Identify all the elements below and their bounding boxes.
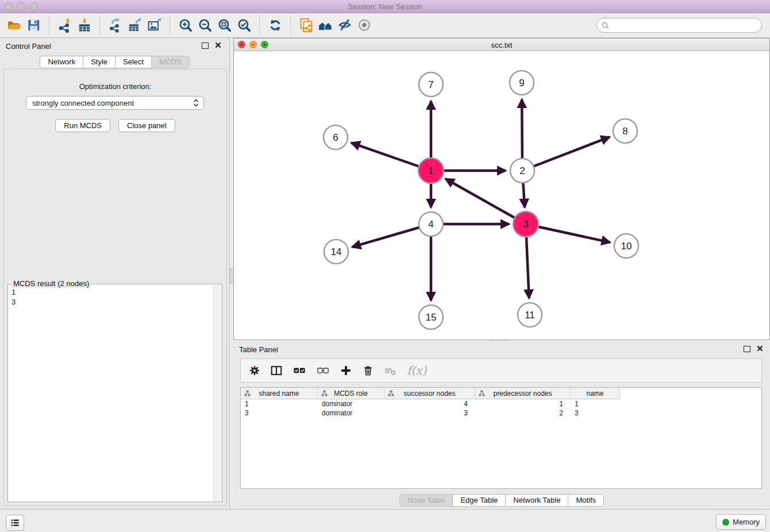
table-cell: 3 [241,409,318,417]
save-icon [26,18,41,33]
refresh-view-button[interactable] [265,16,285,35]
close-panel-button[interactable]: Close panel [118,119,175,132]
graph-node-6[interactable]: 6 [324,125,348,149]
graph-node-1[interactable]: 1 [418,158,444,183]
control-panel: Control Panel NetworkStyleSelectMCDS Opt… [0,38,230,509]
network-window: scc.txt 7968124314101511 [233,38,770,340]
save-session-button[interactable] [24,16,44,35]
network-window-title: scc.txt [234,41,769,49]
tab-mcds[interactable]: MCDS [151,56,189,68]
network-canvas[interactable]: 7968124314101511 [234,51,769,340]
first-neighbors-button[interactable] [316,16,336,35]
criterion-dropdown[interactable]: strongly connected component [26,96,204,110]
window-title: Session: New Session [0,2,770,11]
column-type-icon [321,390,328,396]
graph-node-11[interactable]: 11 [518,303,542,327]
export-image-button[interactable] [145,16,164,35]
search-icon [602,22,609,29]
columns-icon[interactable] [270,364,283,377]
graph-node-4[interactable]: 4 [419,212,443,236]
zoom-selected-button[interactable] [234,16,254,35]
column-type-icon [388,390,394,396]
zoom-fit-button[interactable] [215,16,234,35]
criterion-value: strongly connected component [26,99,191,107]
tab-network[interactable]: Network [40,56,83,68]
delete-column-icon[interactable] [362,364,374,377]
clone-network-icon [298,17,314,33]
search-field[interactable] [596,18,762,33]
dropdown-arrows-icon [191,98,201,108]
column-header-shared-name[interactable]: shared name [241,388,318,399]
mcds-result-text[interactable]: 13 [9,286,213,501]
close-table-panel-icon[interactable] [757,345,763,352]
graph-node-label: 3 [523,219,528,230]
graph-node-3[interactable]: 3 [513,211,538,237]
open-file-button[interactable] [5,16,24,35]
graph-node-15[interactable]: 15 [419,305,443,329]
memory-button[interactable]: Memory [716,514,766,530]
graph-node-8[interactable]: 8 [613,119,637,143]
import-table-button[interactable] [75,16,94,35]
graph-node-7[interactable]: 7 [419,72,443,97]
tab-node-table[interactable]: Node Table [399,494,453,507]
graph-edge-3-1[interactable] [445,179,526,224]
table-row[interactable]: 1dominator411 [241,399,761,408]
graph-edge-2-8[interactable] [522,137,610,171]
graph-node-14[interactable]: 14 [324,240,348,264]
table-cell: dominator [318,400,384,408]
settings-gear-icon[interactable] [249,365,260,376]
zoom-out-button[interactable] [195,16,215,35]
select-all-columns-icon[interactable] [292,364,306,377]
column-type-icon [479,390,485,396]
column-header-successor-nodes[interactable]: successor nodes [384,388,475,399]
add-column-icon[interactable] [340,364,352,377]
table-panel: Table Panel [233,341,770,509]
search-input[interactable] [612,21,761,30]
float-table-panel-icon[interactable] [744,346,750,352]
run-mcds-button[interactable]: Run MCDS [55,119,110,132]
deselect-all-columns-icon[interactable] [316,364,330,377]
network-graph[interactable]: 7968124314101511 [234,51,769,340]
graph-node-label: 11 [525,310,535,321]
tab-style[interactable]: Style [83,56,116,68]
graph-node-label: 1 [428,165,433,176]
network-window-titlebar: scc.txt [234,38,769,51]
mcds-panel: Optimization criterion: strongly connect… [3,69,227,506]
tab-select[interactable]: Select [115,56,152,68]
graph-node-label: 14 [331,246,342,257]
import-table-icon [77,18,92,33]
column-header-name[interactable]: name [571,388,620,399]
graph-node-2[interactable]: 2 [510,159,534,183]
graph-node-label: 8 [622,126,627,137]
tab-network-table[interactable]: Network Table [505,494,568,507]
show-all-button[interactable] [355,16,375,35]
graph-node-9[interactable]: 9 [510,71,534,95]
toolbar-separator [49,16,50,34]
zoom-in-button[interactable] [176,16,195,35]
optimization-criterion-label: Optimization criterion: [4,82,226,91]
tab-edge-table[interactable]: Edge Table [452,494,506,507]
toolbar-separator [170,16,171,34]
task-history-button[interactable] [6,515,24,531]
tab-motifs[interactable]: Motifs [568,494,604,507]
close-panel-icon[interactable] [215,42,221,48]
graph-node-10[interactable]: 10 [614,234,638,258]
export-network-button[interactable] [106,16,125,35]
graph-node-label: 7 [428,79,433,90]
delete-table-icon [384,365,397,377]
mcds-result-box: MCDS result (2 nodes) 13 [7,284,222,502]
graph-node-label: 4 [428,219,433,230]
import-network-button[interactable] [55,16,75,35]
export-table-button[interactable] [125,16,145,35]
table-row[interactable]: 3dominator323 [241,408,761,418]
result-scrollbar[interactable] [213,285,221,501]
column-header-mcds-role[interactable]: MCDS role [318,388,384,399]
clone-network-button[interactable] [297,16,316,35]
hide-selected-button[interactable] [336,16,355,35]
eye-slash-icon [338,18,353,33]
table-tabs: Node TableEdge TableNetwork TableMotifs [233,494,770,507]
column-header-predecessor-nodes[interactable]: predecessor nodes [475,388,571,399]
float-panel-icon[interactable] [202,43,209,49]
app-titlebar: Session: New Session [0,0,770,13]
table-cell: 1 [241,400,318,408]
